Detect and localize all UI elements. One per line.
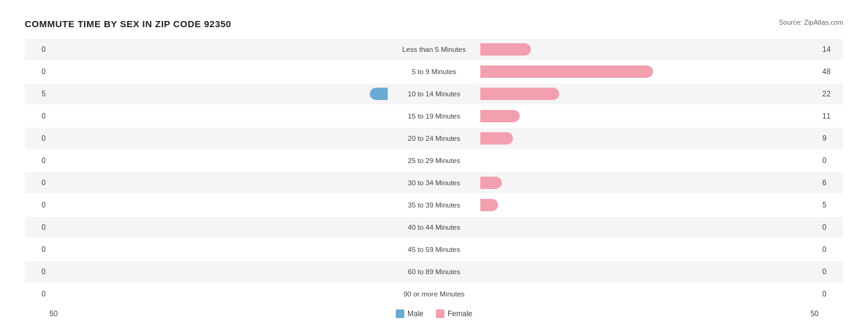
bar-label: 60 to 89 Minutes <box>388 268 480 275</box>
bars-wrapper: 35 to 39 Minutes <box>49 195 819 216</box>
bars-wrapper: Less than 5 Minutes <box>49 39 819 60</box>
bar-row: 025 to 29 Minutes0 <box>25 150 843 171</box>
female-value: 9 <box>819 134 843 143</box>
female-bar <box>480 43 531 56</box>
chart-title: COMMUTE TIME BY SEX IN ZIP CODE 92350 <box>25 19 232 29</box>
chart-container: COMMUTE TIME BY SEX IN ZIP CODE 92350 So… <box>12 12 856 323</box>
chart-header: COMMUTE TIME BY SEX IN ZIP CODE 92350 So… <box>25 19 843 29</box>
bars-wrapper: 60 to 89 Minutes <box>49 261 819 282</box>
axis-left-label: 50 <box>49 309 74 318</box>
female-bar <box>480 132 513 145</box>
legend: Male Female <box>396 309 472 318</box>
male-value: 0 <box>25 112 49 120</box>
female-value: 0 <box>819 223 843 232</box>
bar-label: 45 to 59 Minutes <box>388 246 480 253</box>
male-value: 5 <box>25 90 49 98</box>
chart-source: Source: ZipAtlas.com <box>778 19 843 26</box>
female-value: 6 <box>819 178 843 187</box>
male-value: 0 <box>25 201 49 209</box>
male-value: 0 <box>25 223 49 232</box>
female-value: 0 <box>819 156 843 165</box>
male-value: 0 <box>25 134 49 143</box>
female-value: 11 <box>819 112 843 120</box>
bar-row: 090 or more Minutes0 <box>25 283 843 304</box>
bar-row: 015 to 19 Minutes11 <box>25 106 843 127</box>
female-value: 0 <box>819 245 843 254</box>
bar-label: 10 to 14 Minutes <box>388 90 480 98</box>
male-value: 0 <box>25 67 49 76</box>
bar-row: 05 to 9 Minutes48 <box>25 61 843 82</box>
female-value: 48 <box>819 67 843 76</box>
male-value: 0 <box>25 156 49 165</box>
bar-label: 15 to 19 Minutes <box>388 112 480 120</box>
male-value: 0 <box>25 245 49 254</box>
chart-area: 0Less than 5 Minutes1405 to 9 Minutes485… <box>25 39 843 304</box>
chart-footer: 50 Male Female 50 <box>25 309 843 318</box>
male-value: 0 <box>25 290 49 298</box>
bar-row: 045 to 59 Minutes0 <box>25 239 843 260</box>
female-label: Female <box>448 309 472 318</box>
female-value: 5 <box>819 201 843 209</box>
bars-wrapper: 10 to 14 Minutes <box>49 83 819 104</box>
bar-row: 060 to 89 Minutes0 <box>25 261 843 282</box>
female-value: 14 <box>819 45 843 54</box>
bar-label: 5 to 9 Minutes <box>388 68 480 75</box>
bars-wrapper: 25 to 29 Minutes <box>49 150 819 171</box>
bar-label: 90 or more Minutes <box>388 290 480 298</box>
bars-wrapper: 5 to 9 Minutes <box>49 61 819 82</box>
female-value: 0 <box>819 267 843 276</box>
female-value: 0 <box>819 290 843 298</box>
bar-row: 035 to 39 Minutes5 <box>25 195 843 216</box>
female-bar <box>480 65 653 78</box>
bar-label: 35 to 39 Minutes <box>388 201 480 209</box>
male-value: 0 <box>25 267 49 276</box>
bar-label: 40 to 44 Minutes <box>388 224 480 231</box>
female-bar <box>480 199 498 211</box>
bars-wrapper: 30 to 34 Minutes <box>49 172 819 193</box>
axis-right-label: 50 <box>794 309 819 318</box>
bar-label: 25 to 29 Minutes <box>388 157 480 164</box>
male-bar <box>370 88 388 100</box>
bar-label: Less than 5 Minutes <box>388 46 480 53</box>
bar-row: 030 to 34 Minutes6 <box>25 172 843 193</box>
female-bar <box>480 88 559 100</box>
male-swatch <box>396 309 404 318</box>
bar-row: 510 to 14 Minutes22 <box>25 83 843 104</box>
female-value: 22 <box>819 90 843 98</box>
female-bar <box>480 110 520 122</box>
female-bar <box>480 177 502 189</box>
male-label: Male <box>407 309 424 318</box>
bars-wrapper: 20 to 24 Minutes <box>49 128 819 149</box>
legend-female: Female <box>436 309 472 318</box>
legend-male: Male <box>396 309 424 318</box>
bar-label: 30 to 34 Minutes <box>388 179 480 187</box>
bars-wrapper: 15 to 19 Minutes <box>49 106 819 127</box>
bars-wrapper: 40 to 44 Minutes <box>49 217 819 238</box>
bars-wrapper: 90 or more Minutes <box>49 283 819 304</box>
bar-row: 020 to 24 Minutes9 <box>25 128 843 149</box>
bar-row: 0Less than 5 Minutes14 <box>25 39 843 60</box>
bars-wrapper: 45 to 59 Minutes <box>49 239 819 260</box>
bar-row: 040 to 44 Minutes0 <box>25 217 843 238</box>
male-value: 0 <box>25 45 49 54</box>
bar-label: 20 to 24 Minutes <box>388 135 480 142</box>
male-value: 0 <box>25 178 49 187</box>
female-swatch <box>436 309 444 318</box>
